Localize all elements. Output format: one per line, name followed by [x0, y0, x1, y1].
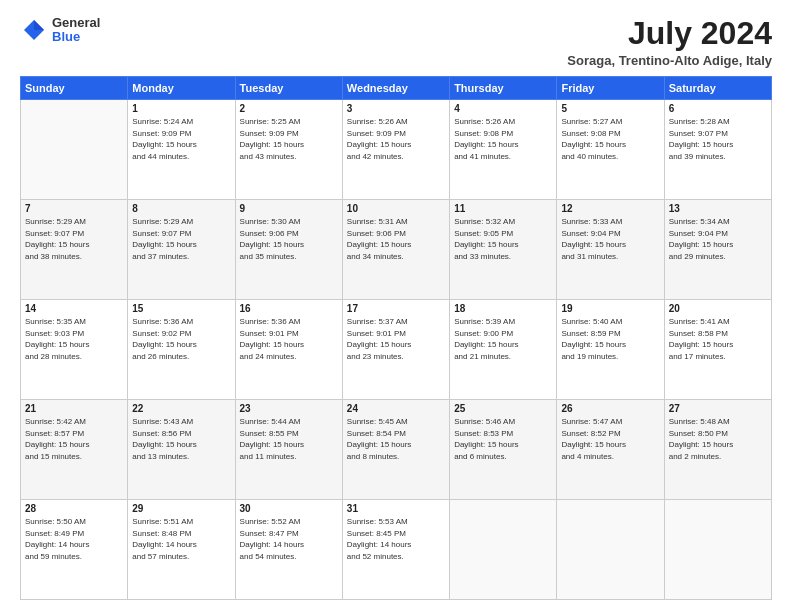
- calendar-cell: 11Sunrise: 5:32 AM Sunset: 9:05 PM Dayli…: [450, 200, 557, 300]
- svg-marker-1: [34, 20, 44, 30]
- title-block: July 2024 Soraga, Trentino-Alto Adige, I…: [567, 16, 772, 68]
- header-sunday: Sunday: [21, 77, 128, 100]
- calendar-table: Sunday Monday Tuesday Wednesday Thursday…: [20, 76, 772, 600]
- day-number: 29: [132, 503, 230, 514]
- day-number: 8: [132, 203, 230, 214]
- calendar-cell: 28Sunrise: 5:50 AM Sunset: 8:49 PM Dayli…: [21, 500, 128, 600]
- logo-blue-text: Blue: [52, 30, 100, 44]
- day-info: Sunrise: 5:32 AM Sunset: 9:05 PM Dayligh…: [454, 216, 552, 262]
- day-number: 5: [561, 103, 659, 114]
- day-number: 12: [561, 203, 659, 214]
- calendar-cell: 6Sunrise: 5:28 AM Sunset: 9:07 PM Daylig…: [664, 100, 771, 200]
- day-number: 14: [25, 303, 123, 314]
- day-number: 4: [454, 103, 552, 114]
- header: General Blue July 2024 Soraga, Trentino-…: [20, 16, 772, 68]
- day-info: Sunrise: 5:29 AM Sunset: 9:07 PM Dayligh…: [132, 216, 230, 262]
- day-number: 31: [347, 503, 445, 514]
- day-number: 22: [132, 403, 230, 414]
- day-info: Sunrise: 5:33 AM Sunset: 9:04 PM Dayligh…: [561, 216, 659, 262]
- day-info: Sunrise: 5:28 AM Sunset: 9:07 PM Dayligh…: [669, 116, 767, 162]
- day-number: 3: [347, 103, 445, 114]
- calendar-cell: 14Sunrise: 5:35 AM Sunset: 9:03 PM Dayli…: [21, 300, 128, 400]
- header-thursday: Thursday: [450, 77, 557, 100]
- day-info: Sunrise: 5:35 AM Sunset: 9:03 PM Dayligh…: [25, 316, 123, 362]
- calendar-cell: 3Sunrise: 5:26 AM Sunset: 9:09 PM Daylig…: [342, 100, 449, 200]
- day-number: 9: [240, 203, 338, 214]
- calendar-cell: 17Sunrise: 5:37 AM Sunset: 9:01 PM Dayli…: [342, 300, 449, 400]
- calendar-cell: 4Sunrise: 5:26 AM Sunset: 9:08 PM Daylig…: [450, 100, 557, 200]
- calendar-cell: 29Sunrise: 5:51 AM Sunset: 8:48 PM Dayli…: [128, 500, 235, 600]
- day-info: Sunrise: 5:52 AM Sunset: 8:47 PM Dayligh…: [240, 516, 338, 562]
- header-saturday: Saturday: [664, 77, 771, 100]
- day-info: Sunrise: 5:43 AM Sunset: 8:56 PM Dayligh…: [132, 416, 230, 462]
- header-wednesday: Wednesday: [342, 77, 449, 100]
- day-info: Sunrise: 5:24 AM Sunset: 9:09 PM Dayligh…: [132, 116, 230, 162]
- header-monday: Monday: [128, 77, 235, 100]
- day-number: 7: [25, 203, 123, 214]
- calendar-cell: 27Sunrise: 5:48 AM Sunset: 8:50 PM Dayli…: [664, 400, 771, 500]
- calendar-week-5: 28Sunrise: 5:50 AM Sunset: 8:49 PM Dayli…: [21, 500, 772, 600]
- day-info: Sunrise: 5:29 AM Sunset: 9:07 PM Dayligh…: [25, 216, 123, 262]
- calendar-cell: 26Sunrise: 5:47 AM Sunset: 8:52 PM Dayli…: [557, 400, 664, 500]
- day-number: 20: [669, 303, 767, 314]
- day-number: 11: [454, 203, 552, 214]
- calendar-week-3: 14Sunrise: 5:35 AM Sunset: 9:03 PM Dayli…: [21, 300, 772, 400]
- day-info: Sunrise: 5:36 AM Sunset: 9:01 PM Dayligh…: [240, 316, 338, 362]
- day-info: Sunrise: 5:47 AM Sunset: 8:52 PM Dayligh…: [561, 416, 659, 462]
- calendar-cell: 13Sunrise: 5:34 AM Sunset: 9:04 PM Dayli…: [664, 200, 771, 300]
- calendar-cell: [557, 500, 664, 600]
- day-info: Sunrise: 5:50 AM Sunset: 8:49 PM Dayligh…: [25, 516, 123, 562]
- day-info: Sunrise: 5:37 AM Sunset: 9:01 PM Dayligh…: [347, 316, 445, 362]
- calendar-cell: [21, 100, 128, 200]
- day-number: 21: [25, 403, 123, 414]
- calendar-cell: 21Sunrise: 5:42 AM Sunset: 8:57 PM Dayli…: [21, 400, 128, 500]
- day-info: Sunrise: 5:34 AM Sunset: 9:04 PM Dayligh…: [669, 216, 767, 262]
- day-info: Sunrise: 5:31 AM Sunset: 9:06 PM Dayligh…: [347, 216, 445, 262]
- day-info: Sunrise: 5:39 AM Sunset: 9:00 PM Dayligh…: [454, 316, 552, 362]
- calendar-cell: 20Sunrise: 5:41 AM Sunset: 8:58 PM Dayli…: [664, 300, 771, 400]
- calendar-cell: 10Sunrise: 5:31 AM Sunset: 9:06 PM Dayli…: [342, 200, 449, 300]
- calendar-week-2: 7Sunrise: 5:29 AM Sunset: 9:07 PM Daylig…: [21, 200, 772, 300]
- header-tuesday: Tuesday: [235, 77, 342, 100]
- day-number: 17: [347, 303, 445, 314]
- day-number: 16: [240, 303, 338, 314]
- day-info: Sunrise: 5:42 AM Sunset: 8:57 PM Dayligh…: [25, 416, 123, 462]
- calendar-cell: 31Sunrise: 5:53 AM Sunset: 8:45 PM Dayli…: [342, 500, 449, 600]
- calendar-cell: 18Sunrise: 5:39 AM Sunset: 9:00 PM Dayli…: [450, 300, 557, 400]
- day-info: Sunrise: 5:27 AM Sunset: 9:08 PM Dayligh…: [561, 116, 659, 162]
- day-info: Sunrise: 5:30 AM Sunset: 9:06 PM Dayligh…: [240, 216, 338, 262]
- calendar-cell: 2Sunrise: 5:25 AM Sunset: 9:09 PM Daylig…: [235, 100, 342, 200]
- day-info: Sunrise: 5:44 AM Sunset: 8:55 PM Dayligh…: [240, 416, 338, 462]
- calendar-cell: 24Sunrise: 5:45 AM Sunset: 8:54 PM Dayli…: [342, 400, 449, 500]
- day-number: 24: [347, 403, 445, 414]
- day-info: Sunrise: 5:46 AM Sunset: 8:53 PM Dayligh…: [454, 416, 552, 462]
- calendar-cell: 12Sunrise: 5:33 AM Sunset: 9:04 PM Dayli…: [557, 200, 664, 300]
- calendar-cell: 30Sunrise: 5:52 AM Sunset: 8:47 PM Dayli…: [235, 500, 342, 600]
- day-number: 1: [132, 103, 230, 114]
- day-number: 27: [669, 403, 767, 414]
- day-info: Sunrise: 5:45 AM Sunset: 8:54 PM Dayligh…: [347, 416, 445, 462]
- header-friday: Friday: [557, 77, 664, 100]
- calendar-header-row: Sunday Monday Tuesday Wednesday Thursday…: [21, 77, 772, 100]
- day-number: 19: [561, 303, 659, 314]
- subtitle: Soraga, Trentino-Alto Adige, Italy: [567, 53, 772, 68]
- day-info: Sunrise: 5:41 AM Sunset: 8:58 PM Dayligh…: [669, 316, 767, 362]
- calendar-cell: 7Sunrise: 5:29 AM Sunset: 9:07 PM Daylig…: [21, 200, 128, 300]
- day-info: Sunrise: 5:48 AM Sunset: 8:50 PM Dayligh…: [669, 416, 767, 462]
- day-number: 15: [132, 303, 230, 314]
- day-number: 28: [25, 503, 123, 514]
- day-info: Sunrise: 5:26 AM Sunset: 9:08 PM Dayligh…: [454, 116, 552, 162]
- logo-icon: [20, 16, 48, 44]
- day-info: Sunrise: 5:26 AM Sunset: 9:09 PM Dayligh…: [347, 116, 445, 162]
- day-info: Sunrise: 5:51 AM Sunset: 8:48 PM Dayligh…: [132, 516, 230, 562]
- calendar-cell: 16Sunrise: 5:36 AM Sunset: 9:01 PM Dayli…: [235, 300, 342, 400]
- calendar-cell: [450, 500, 557, 600]
- day-info: Sunrise: 5:36 AM Sunset: 9:02 PM Dayligh…: [132, 316, 230, 362]
- day-number: 23: [240, 403, 338, 414]
- page: General Blue July 2024 Soraga, Trentino-…: [0, 0, 792, 612]
- calendar-cell: [664, 500, 771, 600]
- calendar-week-4: 21Sunrise: 5:42 AM Sunset: 8:57 PM Dayli…: [21, 400, 772, 500]
- calendar-cell: 9Sunrise: 5:30 AM Sunset: 9:06 PM Daylig…: [235, 200, 342, 300]
- calendar-cell: 22Sunrise: 5:43 AM Sunset: 8:56 PM Dayli…: [128, 400, 235, 500]
- calendar-cell: 25Sunrise: 5:46 AM Sunset: 8:53 PM Dayli…: [450, 400, 557, 500]
